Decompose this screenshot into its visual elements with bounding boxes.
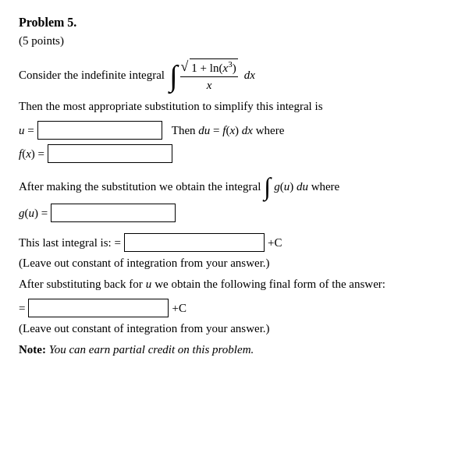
sqrt-content: 1 + ln(x3) xyxy=(190,58,237,75)
gu-input[interactable] xyxy=(51,204,176,222)
gu-line: g(u) = xyxy=(19,204,457,222)
after-sub-back-line: After substituting back for u we obtain … xyxy=(19,278,457,291)
final-answer-line: = +C xyxy=(19,299,457,317)
then-du-text: Then du = f(x) dx where xyxy=(172,124,285,137)
last-integral-line: This last integral is: = +C xyxy=(19,233,457,252)
last-integral-input[interactable] xyxy=(124,233,265,252)
then-line: Then the most appropriate substitution t… xyxy=(19,100,457,113)
note-text: You can earn partial credit on this prob… xyxy=(49,343,254,356)
last-integral-text: This last integral is: = xyxy=(19,236,121,250)
note-line: Note: You can earn partial credit on thi… xyxy=(19,343,457,356)
note-label: Note: xyxy=(19,343,46,356)
numerator: √ 1 + ln(x3) xyxy=(180,58,237,77)
problem-title: Problem 5. xyxy=(19,16,457,30)
plus-c-1: +C xyxy=(268,236,282,250)
leave-out-2: (Leave out constant of integration from … xyxy=(19,322,457,335)
final-answer-input[interactable] xyxy=(28,299,169,317)
then-text: Then the most appropriate substitution t… xyxy=(19,100,323,113)
u-italic-text: u xyxy=(146,278,152,291)
integral-symbol-2: ∫ xyxy=(264,174,271,199)
sqrt-symbol-icon: √ xyxy=(180,58,188,75)
after-sub-line: After making the substitution we obtain … xyxy=(19,174,457,199)
u-input[interactable] xyxy=(37,121,162,140)
sqrt-wrapper: √ 1 + ln(x3) xyxy=(180,58,237,75)
denominator: x xyxy=(207,77,212,92)
leave-out-text-2: (Leave out constant of integration from … xyxy=(19,322,270,335)
u-label: u = xyxy=(19,124,34,137)
consider-text: Consider the indefinite integral xyxy=(19,69,165,82)
after-sub-text: After making the substitution we obtain … xyxy=(19,180,261,193)
fraction: √ 1 + ln(x3) x xyxy=(180,58,237,92)
integral-container: Consider the indefinite integral ∫ √ 1 +… xyxy=(19,58,457,92)
after-sub-back-text: After substituting back for xyxy=(19,278,143,291)
points: (5 points) xyxy=(19,34,457,48)
fx-input[interactable] xyxy=(48,144,172,163)
fx-line: f(x) = xyxy=(19,144,457,163)
integral-symbol: ∫ xyxy=(169,61,177,90)
leave-out-text-1: (Leave out constant of integration from … xyxy=(19,257,270,270)
equals-label: = xyxy=(19,302,25,315)
dx-text: dx xyxy=(244,69,255,82)
u-line: u = Then du = f(x) dx where xyxy=(19,121,457,140)
gu-label: g(u) = xyxy=(19,207,48,220)
gu-du-text: g(u) du where xyxy=(274,180,339,193)
leave-out-1: (Leave out constant of integration from … xyxy=(19,257,457,270)
after-sub-back-text2: we obtain the following final form of th… xyxy=(155,278,385,291)
plus-c-2: +C xyxy=(172,302,186,315)
fx-label: f(x) = xyxy=(19,147,44,161)
